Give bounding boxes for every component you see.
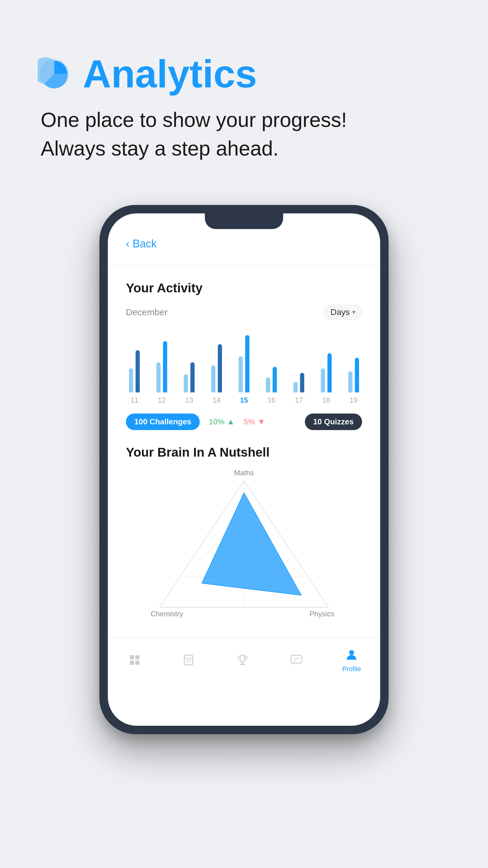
- bar-light-11: [129, 368, 133, 393]
- radar-chart-container: Maths Chemistry Physics: [126, 469, 362, 625]
- month-label: December: [126, 307, 167, 317]
- bottom-nav: Profile: [108, 638, 380, 688]
- nav-item-home[interactable]: [127, 652, 142, 668]
- nav-item-chat[interactable]: [289, 652, 304, 668]
- bar-label-19: 19: [350, 396, 358, 404]
- section-divider: [108, 265, 380, 266]
- bar-label-16: 16: [267, 396, 275, 404]
- arrow-up-icon: ▲: [227, 417, 235, 427]
- bar-blue-19: [355, 358, 359, 393]
- bar-dark-14: [218, 344, 222, 393]
- svg-text:Chemistry: Chemistry: [151, 610, 183, 618]
- positive-pct-value: 10%: [209, 417, 224, 427]
- analytics-pie-icon: [38, 57, 71, 90]
- bar-light-14: [211, 365, 216, 393]
- bar-blue-18: [327, 353, 332, 393]
- home-icon: [127, 652, 142, 668]
- book-icon: [181, 652, 196, 668]
- brain-section-title: Your Brain In A Nutshell: [126, 445, 362, 460]
- phone-mockup-wrapper: ‹ Back Your Activity December Days ▾: [0, 205, 488, 734]
- page-header: Analytics One place to show your progres…: [0, 0, 488, 181]
- stats-badges-row: 100 Challenges 10% ▲ 5% ▼ 10 Quizzes: [126, 413, 362, 430]
- back-button[interactable]: ‹ Back: [126, 238, 362, 250]
- bar-group-18: 18: [321, 332, 332, 404]
- bar-light-18: [321, 368, 325, 393]
- nav-item-trophy[interactable]: [235, 652, 250, 668]
- positive-pct-stat: 10% ▲: [209, 417, 235, 427]
- activity-section: Your Activity December Days ▾: [126, 281, 362, 430]
- page-subtitle: One place to show your progress! Always …: [38, 105, 450, 163]
- bar-dark-17: [300, 373, 304, 393]
- days-filter-selector[interactable]: Days ▾: [324, 304, 362, 320]
- svg-text:Maths: Maths: [234, 469, 254, 477]
- bar-group-17: 17: [293, 332, 304, 404]
- back-chevron-icon: ‹: [126, 238, 130, 250]
- svg-rect-14: [130, 661, 134, 665]
- activity-bar-chart: 11 12: [126, 332, 362, 404]
- bar-group-14: 14: [211, 332, 222, 404]
- bar-light-19: [348, 371, 352, 393]
- challenges-badge: 100 Challenges: [126, 413, 200, 430]
- chat-icon: [289, 652, 304, 668]
- radar-chart-svg: Maths Chemistry Physics: [141, 469, 347, 625]
- quizzes-badge: 10 Quizzes: [305, 413, 362, 430]
- bar-label-18: 18: [322, 396, 330, 404]
- bar-label-14: 14: [213, 396, 221, 404]
- bar-dark-13: [190, 362, 195, 393]
- svg-rect-21: [240, 664, 245, 665]
- svg-rect-12: [130, 655, 134, 659]
- bar-dark-11: [135, 350, 140, 393]
- page-title: Analytics: [83, 54, 257, 93]
- back-label: Back: [133, 238, 157, 250]
- bar-label-15: 15: [240, 396, 248, 404]
- bar-group-16: 16: [266, 332, 277, 404]
- bar-group-12: 12: [156, 332, 167, 404]
- nav-item-learn[interactable]: [181, 652, 196, 668]
- profile-icon: [344, 647, 359, 663]
- svg-point-25: [349, 650, 354, 655]
- svg-rect-13: [135, 655, 139, 659]
- svg-rect-22: [291, 655, 302, 663]
- bar-blue-15: [245, 335, 250, 393]
- bar-light-17: [293, 382, 298, 393]
- phone-outer: ‹ Back Your Activity December Days ▾: [99, 205, 389, 734]
- trophy-icon: [235, 652, 250, 668]
- activity-header: December Days ▾: [126, 304, 362, 320]
- chevron-down-icon: ▾: [352, 308, 355, 316]
- bar-light-12: [156, 362, 161, 393]
- analytics-title-row: Analytics: [38, 54, 450, 93]
- brain-section: Your Brain In A Nutshell: [126, 445, 362, 625]
- bar-blue-12: [163, 341, 167, 393]
- phone-notch: [205, 213, 283, 229]
- bar-label-11: 11: [130, 396, 138, 404]
- bar-group-15: 15: [238, 332, 250, 404]
- bar-label-17: 17: [295, 396, 303, 404]
- bar-light-16: [266, 377, 270, 393]
- bar-light-15: [238, 356, 243, 393]
- bar-label-13: 13: [185, 396, 193, 404]
- bar-group-11: 11: [129, 332, 140, 404]
- profile-nav-label: Profile: [342, 665, 361, 673]
- nav-item-profile[interactable]: Profile: [342, 647, 361, 673]
- negative-pct-stat: 5% ▼: [244, 417, 265, 427]
- phone-screen: ‹ Back Your Activity December Days ▾: [108, 213, 380, 726]
- bar-light-13: [184, 374, 188, 393]
- svg-text:Physics: Physics: [310, 610, 334, 618]
- screen-content: ‹ Back Your Activity December Days ▾: [108, 213, 380, 625]
- activity-section-title: Your Activity: [126, 281, 362, 296]
- negative-pct-value: 5%: [244, 417, 255, 427]
- arrow-down-icon: ▼: [258, 417, 265, 427]
- days-filter-label: Days: [330, 307, 350, 317]
- bar-group-13: 13: [184, 332, 195, 404]
- bar-group-19: 19: [348, 332, 359, 404]
- bar-blue-16: [272, 367, 277, 393]
- bar-label-12: 12: [158, 396, 166, 404]
- svg-rect-15: [135, 661, 139, 665]
